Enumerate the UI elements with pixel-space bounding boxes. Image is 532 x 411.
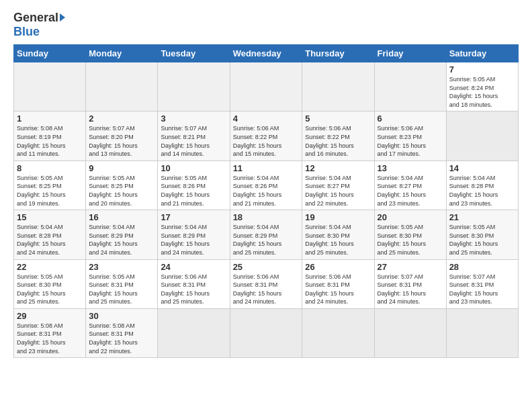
day-info: Sunrise: 5:04 AM Sunset: 8:29 PM Dayligh… — [233, 223, 300, 257]
day-info: Sunrise: 5:05 AM Sunset: 8:30 PM Dayligh… — [17, 273, 83, 306]
calendar-cell: 5Sunrise: 5:06 AM Sunset: 8:22 PM Daylig… — [302, 111, 374, 161]
day-number: 1 — [17, 113, 83, 124]
calendar-cell: 8Sunrise: 5:05 AM Sunset: 8:25 PM Daylig… — [14, 161, 86, 210]
day-number: 8 — [17, 163, 83, 173]
day-info: Sunrise: 5:05 AM Sunset: 8:30 PM Dayligh… — [378, 223, 443, 257]
day-number: 28 — [449, 262, 515, 272]
day-number: 27 — [378, 262, 443, 272]
calendar-cell: 15Sunrise: 5:04 AM Sunset: 8:28 PM Dayli… — [14, 210, 86, 259]
header: General Blue — [13, 11, 519, 39]
day-number: 14 — [449, 163, 515, 173]
day-info: Sunrise: 5:05 AM Sunset: 8:25 PM Dayligh… — [17, 174, 83, 208]
day-info: Sunrise: 5:07 AM Sunset: 8:20 PM Dayligh… — [89, 124, 154, 158]
column-header-saturday: Saturday — [446, 45, 518, 62]
day-number: 19 — [305, 212, 371, 222]
day-info: Sunrise: 5:08 AM Sunset: 8:19 PM Dayligh… — [17, 124, 83, 158]
day-info: Sunrise: 5:06 AM Sunset: 8:22 PM Dayligh… — [233, 124, 300, 158]
calendar-cell: 30Sunrise: 5:08 AM Sunset: 8:31 PM Dayli… — [86, 308, 158, 357]
calendar-cell: 10Sunrise: 5:05 AM Sunset: 8:26 PM Dayli… — [158, 161, 230, 210]
column-header-monday: Monday — [86, 45, 158, 62]
day-number: 25 — [233, 262, 300, 272]
calendar-cell — [230, 62, 302, 111]
day-number: 26 — [305, 262, 371, 272]
calendar-cell: 13Sunrise: 5:04 AM Sunset: 8:27 PM Dayli… — [374, 161, 446, 210]
day-info: Sunrise: 5:04 AM Sunset: 8:26 PM Dayligh… — [233, 174, 300, 208]
day-info: Sunrise: 5:05 AM Sunset: 8:25 PM Dayligh… — [89, 174, 154, 208]
calendar-cell: 3Sunrise: 5:07 AM Sunset: 8:21 PM Daylig… — [158, 111, 230, 161]
calendar-cell: 17Sunrise: 5:04 AM Sunset: 8:29 PM Dayli… — [158, 210, 230, 259]
column-header-tuesday: Tuesday — [158, 45, 230, 62]
day-number: 18 — [233, 212, 300, 222]
day-info: Sunrise: 5:05 AM Sunset: 8:31 PM Dayligh… — [89, 273, 154, 306]
calendar-cell: 18Sunrise: 5:04 AM Sunset: 8:29 PM Dayli… — [230, 210, 302, 259]
day-info: Sunrise: 5:04 AM Sunset: 8:27 PM Dayligh… — [305, 174, 371, 208]
day-info: Sunrise: 5:06 AM Sunset: 8:31 PM Dayligh… — [305, 273, 371, 306]
calendar-cell: 24Sunrise: 5:06 AM Sunset: 8:31 PM Dayli… — [158, 259, 230, 308]
day-info: Sunrise: 5:07 AM Sunset: 8:31 PM Dayligh… — [378, 273, 443, 306]
day-info: Sunrise: 5:04 AM Sunset: 8:29 PM Dayligh… — [89, 223, 154, 257]
calendar-week-row: 15Sunrise: 5:04 AM Sunset: 8:28 PM Dayli… — [14, 210, 519, 259]
calendar-cell — [374, 62, 446, 111]
calendar-cell: 20Sunrise: 5:05 AM Sunset: 8:30 PM Dayli… — [374, 210, 446, 259]
day-info: Sunrise: 5:08 AM Sunset: 8:31 PM Dayligh… — [89, 322, 154, 355]
calendar-week-row: 22Sunrise: 5:05 AM Sunset: 8:30 PM Dayli… — [14, 259, 519, 308]
day-number: 4 — [233, 113, 300, 124]
day-number: 29 — [17, 311, 83, 321]
calendar-cell: 6Sunrise: 5:06 AM Sunset: 8:23 PM Daylig… — [374, 111, 446, 161]
calendar-cell: 4Sunrise: 5:06 AM Sunset: 8:22 PM Daylig… — [230, 111, 302, 161]
day-number: 7 — [449, 64, 515, 75]
day-number: 20 — [378, 212, 443, 222]
day-number: 15 — [17, 212, 83, 222]
calendar-week-row: 8Sunrise: 5:05 AM Sunset: 8:25 PM Daylig… — [14, 161, 519, 210]
calendar-cell: 25Sunrise: 5:06 AM Sunset: 8:31 PM Dayli… — [230, 259, 302, 308]
calendar-cell — [158, 308, 230, 357]
day-number: 21 — [449, 212, 515, 222]
logo: General Blue — [13, 11, 65, 39]
calendar-cell: 11Sunrise: 5:04 AM Sunset: 8:26 PM Dayli… — [230, 161, 302, 210]
calendar-cell: 16Sunrise: 5:04 AM Sunset: 8:29 PM Dayli… — [86, 210, 158, 259]
day-info: Sunrise: 5:05 AM Sunset: 8:24 PM Dayligh… — [449, 75, 515, 109]
day-number: 5 — [305, 113, 371, 124]
day-info: Sunrise: 5:06 AM Sunset: 8:31 PM Dayligh… — [161, 273, 226, 306]
calendar-cell — [230, 308, 302, 357]
calendar-cell: 14Sunrise: 5:04 AM Sunset: 8:28 PM Dayli… — [446, 161, 518, 210]
calendar-cell — [446, 111, 518, 161]
day-info: Sunrise: 5:04 AM Sunset: 8:30 PM Dayligh… — [305, 223, 371, 257]
day-number: 6 — [378, 113, 443, 124]
day-number: 23 — [89, 262, 154, 272]
calendar-cell: 28Sunrise: 5:07 AM Sunset: 8:31 PM Dayli… — [446, 259, 518, 308]
day-info: Sunrise: 5:07 AM Sunset: 8:31 PM Dayligh… — [449, 273, 515, 306]
calendar-cell: 23Sunrise: 5:05 AM Sunset: 8:31 PM Dayli… — [86, 259, 158, 308]
day-info: Sunrise: 5:04 AM Sunset: 8:27 PM Dayligh… — [378, 174, 443, 208]
calendar-cell: 22Sunrise: 5:05 AM Sunset: 8:30 PM Dayli… — [14, 259, 86, 308]
calendar-cell — [86, 62, 158, 111]
column-header-wednesday: Wednesday — [230, 45, 302, 62]
calendar-cell — [374, 308, 446, 357]
column-header-thursday: Thursday — [302, 45, 374, 62]
calendar-cell: 19Sunrise: 5:04 AM Sunset: 8:30 PM Dayli… — [302, 210, 374, 259]
logo-arrow-icon — [60, 13, 65, 21]
calendar-cell: 26Sunrise: 5:06 AM Sunset: 8:31 PM Dayli… — [302, 259, 374, 308]
column-header-friday: Friday — [374, 45, 446, 62]
calendar-cell — [14, 62, 86, 111]
calendar-cell: 29Sunrise: 5:08 AM Sunset: 8:31 PM Dayli… — [14, 308, 86, 357]
day-info: Sunrise: 5:06 AM Sunset: 8:31 PM Dayligh… — [233, 273, 300, 306]
day-number: 12 — [305, 163, 371, 173]
day-info: Sunrise: 5:06 AM Sunset: 8:22 PM Dayligh… — [305, 124, 371, 158]
day-number: 10 — [161, 163, 226, 173]
logo-general-text: General — [13, 11, 58, 25]
page: General Blue SundayMondayTuesdayWednesda… — [0, 0, 532, 411]
calendar-cell: 9Sunrise: 5:05 AM Sunset: 8:25 PM Daylig… — [86, 161, 158, 210]
calendar-cell — [446, 308, 518, 357]
day-number: 17 — [161, 212, 226, 222]
day-info: Sunrise: 5:06 AM Sunset: 8:23 PM Dayligh… — [378, 124, 443, 158]
day-info: Sunrise: 5:04 AM Sunset: 8:29 PM Dayligh… — [161, 223, 226, 257]
day-info: Sunrise: 5:05 AM Sunset: 8:30 PM Dayligh… — [449, 223, 515, 257]
day-number: 16 — [89, 212, 154, 222]
day-info: Sunrise: 5:08 AM Sunset: 8:31 PM Dayligh… — [17, 322, 83, 355]
calendar-cell: 2Sunrise: 5:07 AM Sunset: 8:20 PM Daylig… — [86, 111, 158, 161]
calendar-week-row: 29Sunrise: 5:08 AM Sunset: 8:31 PM Dayli… — [14, 308, 519, 357]
calendar-table: SundayMondayTuesdayWednesdayThursdayFrid… — [13, 44, 519, 358]
calendar-cell: 1Sunrise: 5:08 AM Sunset: 8:19 PM Daylig… — [14, 111, 86, 161]
calendar-cell: 12Sunrise: 5:04 AM Sunset: 8:27 PM Dayli… — [302, 161, 374, 210]
